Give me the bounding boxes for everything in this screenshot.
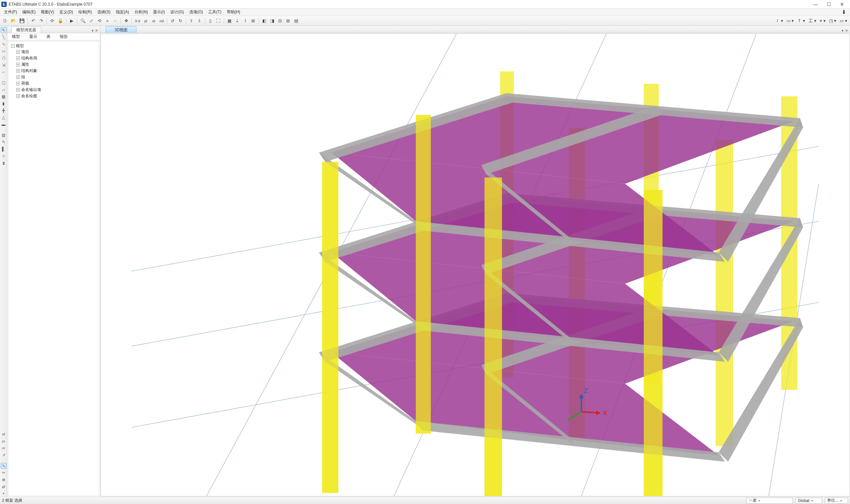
opt1-button[interactable]: ◧: [261, 17, 268, 24]
tree-item-loads[interactable]: +荷载: [16, 80, 97, 87]
subtab-tables[interactable]: 表: [42, 33, 55, 40]
opt3-button[interactable]: ⊟: [276, 17, 284, 24]
clear-select-tool[interactable]: clr: [1, 445, 7, 451]
perspective-button[interactable]: ▯: [207, 17, 214, 24]
view-plan-button[interactable]: pl: [142, 17, 149, 24]
viewport-close-icon[interactable]: ✕: [845, 29, 848, 33]
menu-display[interactable]: 显示(I): [150, 8, 167, 16]
panel-tool[interactable]: ▤: [1, 132, 7, 138]
menu-tools[interactable]: 工具(T): [205, 8, 224, 16]
view-node-button[interactable]: nd: [158, 17, 165, 24]
lock-button[interactable]: 🔓: [56, 17, 65, 24]
menu-help[interactable]: 帮助(H): [224, 8, 243, 16]
object-shrink-button[interactable]: ⛶: [215, 17, 222, 24]
assign-i-button[interactable]: Ｉ ▾: [774, 17, 784, 24]
run-analysis-button[interactable]: ▶: [68, 17, 75, 24]
viewport-canvas[interactable]: X Z: [101, 34, 849, 496]
menu-analyze[interactable]: 分析(N): [132, 8, 151, 16]
draw-rect-tool[interactable]: ▢: [1, 80, 7, 86]
assign-more-button[interactable]: ▭ ▾: [838, 17, 849, 24]
draw-beam-tool[interactable]: ▬: [1, 122, 7, 127]
rotate-left-button[interactable]: ↺: [169, 17, 176, 24]
pick-tool[interactable]: ↗: [1, 452, 7, 458]
status-units[interactable]: 单位...▾: [825, 498, 848, 504]
draw-grid-tool[interactable]: ▦: [1, 94, 7, 100]
view-elev-button[interactable]: el: [150, 17, 157, 24]
rotate-right-button[interactable]: ↻: [177, 17, 184, 24]
subtab-reports[interactable]: 报告: [55, 33, 72, 40]
explorer-tab[interactable]: 模型浏览器: [11, 26, 41, 33]
tree-item-groups[interactable]: +组: [16, 74, 97, 80]
assign-rect-button[interactable]: ▭ ▾: [785, 17, 796, 24]
view-3d-button[interactable]: 3-d: [133, 17, 142, 24]
maximize-button[interactable]: ☐: [822, 0, 835, 8]
pointer-tool[interactable]: ↖: [1, 27, 7, 33]
menu-design[interactable]: 设计(G): [168, 8, 186, 16]
tree-item-props[interactable]: +属性: [16, 61, 97, 68]
menu-draw[interactable]: 绘制(R): [76, 8, 95, 16]
draw-axis-tool[interactable]: ╋: [1, 108, 7, 113]
subtab-display[interactable]: 显示: [24, 33, 42, 40]
panel-close-icon[interactable]: ✕: [95, 29, 98, 33]
undo-button[interactable]: ↶: [30, 17, 37, 24]
draw-quad-tool[interactable]: ▱: [1, 87, 7, 93]
opt4-button[interactable]: ⊞: [285, 17, 292, 24]
pan-button[interactable]: ✥: [123, 17, 130, 24]
menu-select[interactable]: 选择(S): [95, 8, 113, 16]
dimension-tool[interactable]: ↔: [1, 69, 7, 75]
down-story-button[interactable]: ⇩: [196, 17, 203, 24]
opt2-button[interactable]: ◨: [269, 17, 276, 24]
menu-edit[interactable]: 编辑(E): [20, 8, 38, 16]
new-button[interactable]: 🗋: [1, 17, 8, 24]
snap-tool[interactable]: ⊹: [1, 153, 7, 159]
assign-horz-button[interactable]: ≡ ▾: [818, 17, 827, 24]
redo-button[interactable]: ↷: [37, 17, 45, 24]
line-tool[interactable]: ╲: [1, 34, 7, 40]
assign-i2-button[interactable]: 工 ▾: [807, 17, 818, 24]
status-coord-field[interactable]: 一差▾: [746, 498, 793, 504]
prev-select-tool[interactable]: ps: [1, 438, 7, 444]
download-icon[interactable]: ⬇: [839, 8, 849, 16]
up-story-button[interactable]: ⇧: [188, 17, 195, 24]
show-undeformed-button[interactable]: ▦: [226, 17, 233, 24]
zoom-window-button[interactable]: 🔍: [79, 17, 87, 24]
tree-item-objects[interactable]: +结构对象: [16, 68, 97, 74]
node-tool[interactable]: •: [1, 491, 7, 497]
menu-define[interactable]: 定义(D): [57, 8, 76, 16]
wall-tool[interactable]: ▌: [1, 146, 7, 152]
menu-assign[interactable]: 指定(A): [113, 8, 132, 16]
close-button[interactable]: ✕: [835, 0, 849, 8]
select-all-tool[interactable]: all: [1, 431, 7, 437]
minimize-button[interactable]: —: [809, 0, 822, 8]
panel-dropdown-icon[interactable]: ▾: [92, 29, 94, 33]
show-loads-button[interactable]: ⇣: [234, 17, 241, 24]
zoom-in-button[interactable]: ＋: [104, 17, 111, 24]
draw-roof-tool[interactable]: △: [1, 114, 7, 121]
edit-tool[interactable]: ✎: [1, 139, 7, 145]
assign-t-button[interactable]: Ｔ ▾: [796, 17, 807, 24]
viewport-dropdown-icon[interactable]: ▾: [842, 29, 844, 33]
show-forces-button[interactable]: ⊞: [250, 17, 257, 24]
extrude-tool[interactable]: ⇲: [1, 62, 7, 68]
zoom-out-button[interactable]: －: [112, 17, 119, 24]
save-button[interactable]: 💾: [18, 17, 26, 24]
assign-c-button[interactable]: ◳ ▾: [828, 17, 838, 24]
poly-select-tool[interactable]: ⬠: [1, 55, 7, 61]
extend-tool[interactable]: ⤡: [1, 463, 7, 469]
tree-item-project[interactable]: +项目: [16, 49, 97, 55]
offset-tool[interactable]: ⇄: [1, 484, 7, 490]
menu-view[interactable]: 视图(V): [38, 8, 57, 16]
subtab-model[interactable]: 模型: [7, 33, 24, 40]
tree-root[interactable]: −模型 +项目 +结构布局 +属性 +结构对象 +组 +荷载 +命名输出项 +命…: [11, 43, 97, 100]
opt5-button[interactable]: ▤: [292, 17, 300, 24]
tree-item-named-plot[interactable]: +命名绘图: [16, 93, 97, 99]
model-tree[interactable]: −模型 +项目 +结构布局 +属性 +结构对象 +组 +荷载 +命名输出项 +命…: [8, 41, 99, 496]
refresh-button[interactable]: ⟳: [49, 17, 56, 24]
break-tool[interactable]: ⊗: [1, 477, 7, 483]
open-button[interactable]: 📂: [9, 17, 17, 24]
status-coord-system[interactable]: Global▾: [796, 498, 822, 504]
menu-options[interactable]: 选项(O): [186, 8, 205, 16]
show-deformed-button[interactable]: ⌇: [242, 17, 249, 24]
rect-select-tool[interactable]: ▭: [1, 48, 7, 54]
3d-viewport[interactable]: X Z: [101, 34, 850, 497]
